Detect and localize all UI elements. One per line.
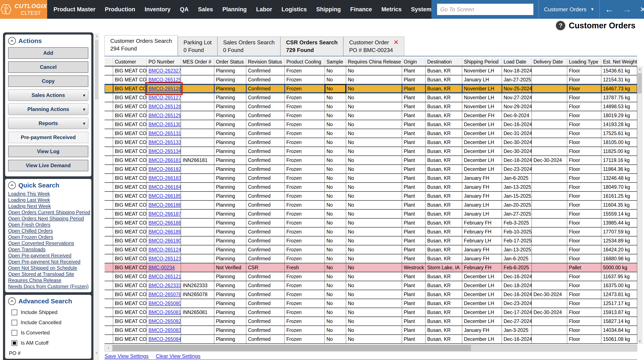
po-number-link[interactable]: BMCO-266184 <box>148 184 181 190</box>
forward-icon[interactable]: → <box>622 5 631 14</box>
scrollbar-thumb[interactable] <box>638 73 642 94</box>
row-selector-cell[interactable] <box>104 129 113 138</box>
quick-search-link-loading-this-week[interactable]: Loading This Week <box>8 191 88 197</box>
table-row[interactable]: BIG MEAT COBMCO-266186PlanningConfirmedF… <box>104 201 637 210</box>
po-number-link[interactable]: BMC-00234 <box>148 265 175 271</box>
po-number-link[interactable]: BMCO-266187 <box>148 211 181 217</box>
quick-search-link-requires-china-release[interactable]: Requires China Release <box>8 277 88 284</box>
po-number-link[interactable]: BMCO-265134 <box>148 149 181 154</box>
po-number-link[interactable]: BMCO-265084 <box>148 336 181 342</box>
row-selector-cell[interactable] <box>104 84 113 93</box>
back-icon[interactable]: ← <box>605 5 614 14</box>
quick-search-link-open-pre-payment-not-received[interactable]: Open Pre-payment Not Received <box>8 259 88 265</box>
column-header-sample[interactable]: Sample <box>325 58 346 66</box>
scroll-left-icon[interactable]: ‹ <box>105 345 112 351</box>
row-selector-cell[interactable] <box>104 299 113 308</box>
horizontal-scrollbar[interactable]: ‹ <box>104 345 637 352</box>
pre-payment-received-button[interactable]: Pre-payment Received <box>8 132 88 143</box>
scroll-down-icon[interactable]: ∨ <box>638 339 642 343</box>
column-header-revision-status[interactable]: Revision Status <box>246 58 285 66</box>
sidebar-scrollbar[interactable]: ∧ ∨ <box>94 33 99 360</box>
table-row[interactable]: BIG MEAT COBMCO-266187PlanningConfirmedF… <box>104 210 637 218</box>
table-row[interactable]: BIG MEAT COBMCO-266188PlanningConfirmedF… <box>104 218 637 227</box>
collapse-chevron-icon[interactable] <box>8 37 16 45</box>
menu-item-logistics[interactable]: Logistics <box>282 6 307 13</box>
close-icon[interactable]: ✕ <box>640 6 644 13</box>
column-header-destination[interactable]: Destination <box>426 58 462 66</box>
tab-customer-order[interactable]: Customer Order✕PO # BMC-00234 <box>343 37 404 56</box>
po-number-link[interactable]: BMCO-265083 <box>148 327 181 333</box>
row-selector-cell[interactable] <box>104 102 113 111</box>
save-view-settings-link[interactable]: Save View Settings <box>104 353 148 359</box>
menu-item-planning[interactable]: Planning <box>222 6 247 13</box>
row-selector-cell[interactable] <box>104 111 113 120</box>
add-button[interactable]: Add <box>8 47 88 59</box>
table-row[interactable]: BIG MEAT COBMCO-265121PlanningConfirmedF… <box>104 272 637 281</box>
table-row[interactable]: BIG MEAT COBMCO-265129PlanningConfirmedF… <box>104 111 637 120</box>
help-icon[interactable]: ? <box>556 21 565 30</box>
table-row[interactable]: BIG MEAT COBMCO-266189PlanningConfirmedF… <box>104 227 637 236</box>
table-row[interactable]: BIG MEAT COBMCO-265124PlanningConfirmedF… <box>104 245 637 254</box>
po-number-link[interactable]: BMCO-265127 <box>148 95 181 101</box>
po-number-link[interactable]: BMCO-265078 <box>148 292 181 297</box>
table-row[interactable]: BIG MEAT COBMCO-265081INN265081PlanningC… <box>104 308 637 317</box>
table-row[interactable]: BIG MEAT COBMCO-265126PlanningConfirmedF… <box>104 84 637 93</box>
menu-item-inventory[interactable]: Inventory <box>145 6 171 13</box>
po-number-link[interactable]: BMCO-266181 <box>148 158 181 163</box>
table-row[interactable]: BIG MEAT COBMC-00234Not VerifiedCSRFresh… <box>104 263 637 272</box>
column-header-customer[interactable]: Customer <box>113 58 147 66</box>
po-number-link[interactable]: BMCO-266186 <box>148 202 181 208</box>
column-header-po-number[interactable]: PO Number <box>147 58 181 66</box>
collapse-chevron-icon[interactable] <box>8 297 16 305</box>
row-selector-cell[interactable] <box>104 245 113 254</box>
row-selector-cell[interactable] <box>104 290 113 299</box>
po-number-link[interactable]: BMCO-265125 <box>148 77 181 83</box>
sales-actions-button[interactable]: Sales Actions▾ <box>8 89 88 101</box>
row-selector-cell[interactable] <box>104 138 113 147</box>
table-row[interactable]: BIG MEAT COBMCO-266182PlanningConfirmedF… <box>104 165 637 174</box>
row-selector-cell[interactable] <box>104 75 113 84</box>
checkbox-include-shipped[interactable] <box>12 310 17 315</box>
row-selector-cell[interactable] <box>104 254 113 263</box>
table-row[interactable]: BIG MEAT COBMCO-266183PlanningConfirmedF… <box>104 174 637 183</box>
menu-item-system[interactable]: System <box>411 6 432 13</box>
po-number-link[interactable]: BMCO-266185 <box>148 193 181 199</box>
po-number-link[interactable]: BMCO-265081 <box>148 310 181 315</box>
row-selector-cell[interactable] <box>104 66 113 75</box>
quick-search-link-open-orders-next-shipping-period[interactable]: Open Orders Next Shipping Period <box>8 215 88 222</box>
table-row[interactable]: BIG MEAT COBMCO-265080PlanningConfirmedF… <box>104 299 637 308</box>
table-row[interactable]: BIG MEAT COBMCO-266181INN266181PlanningC… <box>104 156 637 165</box>
checkbox-is-converted[interactable] <box>12 330 17 336</box>
table-row[interactable]: BIG MEAT COBMCO-265083PlanningConfirmedF… <box>104 326 637 335</box>
table-row[interactable]: BIG MEAT COBMCO-265127PlanningConfirmedF… <box>104 93 637 102</box>
row-selector-cell[interactable] <box>104 236 113 245</box>
tab-csr-orders-search[interactable]: CSR Orders Search729 Found <box>280 37 343 56</box>
po-number-link[interactable]: BMCO-266188 <box>148 220 181 226</box>
quick-search-link-open-chilled-orders[interactable]: Open Chilled Orders <box>8 228 88 234</box>
view-log-button[interactable]: View Log <box>8 146 88 157</box>
row-selector-cell[interactable] <box>104 183 113 191</box>
quick-search-link-open-not-shipped-on-schedule[interactable]: Open Not Shipped on Schedule <box>8 265 88 271</box>
po-number-link[interactable]: BMCO-265123 <box>148 256 181 262</box>
row-selector-cell[interactable] <box>104 210 113 218</box>
table-row[interactable]: BIG MEAT COBMCO-262333INN262333PlanningC… <box>104 281 637 290</box>
row-selector-cell[interactable] <box>104 218 113 227</box>
po-number-link[interactable]: BMCO-266182 <box>148 166 181 172</box>
quick-search-link-open-transloads[interactable]: Open Transloads <box>8 246 88 253</box>
po-number-link[interactable]: BMCO-265129 <box>148 113 181 118</box>
row-selector-cell[interactable] <box>104 281 113 290</box>
po-number-link[interactable]: BMCO-266190 <box>148 238 181 244</box>
column-header-mes-order[interactable]: MES Order # <box>181 58 214 66</box>
reports-button[interactable]: Reports▾ <box>8 118 88 129</box>
row-selector-cell[interactable] <box>104 147 113 156</box>
row-selector-cell[interactable] <box>104 120 113 129</box>
column-header-delivery-date[interactable]: Delivery Date <box>532 58 567 66</box>
table-row[interactable]: BIG MEAT COBMCO-265131PlanningConfirmedF… <box>104 129 637 138</box>
menu-item-sales[interactable]: Sales <box>198 6 213 13</box>
tab-customer-orders-search[interactable]: Customer Orders Search294 Found <box>104 35 178 56</box>
quick-search-link-loading-last-week[interactable]: Loading Last Week <box>8 197 88 203</box>
po-number-link[interactable]: BMCO-266183 <box>148 175 181 181</box>
checkbox-include-cancelled[interactable] <box>12 320 17 326</box>
po-number-link[interactable]: BMCO-265082 <box>148 319 181 324</box>
row-selector-cell[interactable] <box>104 263 113 272</box>
